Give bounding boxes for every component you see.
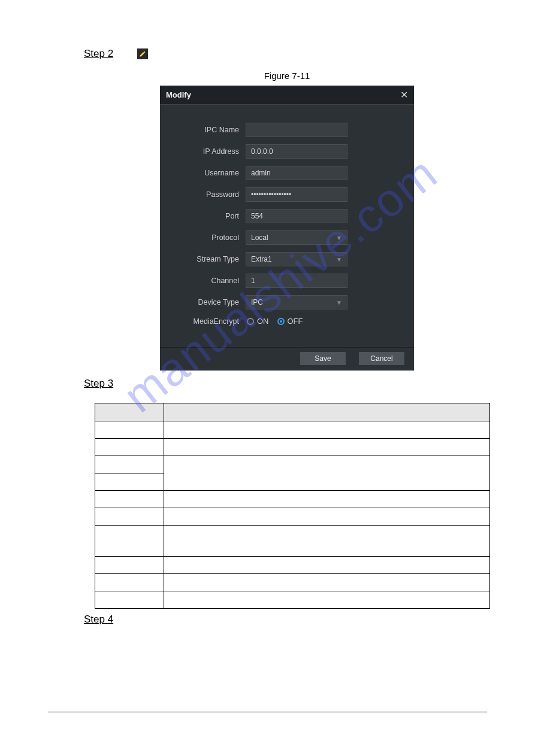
chevron-down-icon: ▼: [336, 299, 342, 306]
table-row: [95, 526, 490, 557]
ipc-name-label: IPC Name: [173, 126, 239, 134]
ipc-name-input[interactable]: [246, 123, 347, 137]
ip-address-label: IP Address: [173, 147, 239, 156]
pencil-icon: [137, 48, 148, 59]
protocol-label: Protocol: [173, 233, 239, 242]
username-label: Username: [173, 169, 239, 177]
chevron-down-icon: ▼: [336, 235, 342, 241]
close-icon[interactable]: ✕: [400, 89, 408, 101]
table-row: [95, 557, 490, 574]
device-type-select[interactable]: IPC ▼: [246, 295, 347, 309]
radio-off-label: OFF: [288, 317, 303, 326]
radio-on-label: ON: [257, 317, 269, 326]
protocol-select[interactable]: Local ▼: [246, 230, 347, 245]
table-row: [95, 574, 490, 591]
radio-icon: [247, 318, 254, 325]
table-row: [95, 456, 490, 473]
media-encrypt-label: MediaEncrypt: [173, 317, 239, 326]
table-row: [95, 508, 490, 526]
media-encrypt-off-radio[interactable]: OFF: [277, 317, 303, 326]
step-4-label: Step 4: [84, 614, 113, 625]
channel-input[interactable]: 1: [246, 274, 347, 288]
username-input[interactable]: admin: [246, 166, 347, 180]
table-row: [95, 421, 490, 439]
step-3-label: Step 3: [84, 378, 113, 389]
figure-label: Figure 7-11: [84, 71, 490, 81]
save-button[interactable]: Save: [300, 352, 346, 365]
table-row: [95, 491, 490, 508]
chevron-down-icon: ▼: [336, 256, 342, 263]
port-input[interactable]: 554: [246, 209, 347, 223]
table-row: [95, 439, 490, 456]
ip-address-input[interactable]: 0.0.0.0: [246, 144, 347, 159]
parameter-table: [95, 403, 490, 609]
media-encrypt-on-radio[interactable]: ON: [247, 317, 269, 326]
modify-dialog: Modify ✕ IPC Name IP Address 0.0.0.0 Use…: [160, 86, 414, 371]
channel-label: Channel: [173, 277, 239, 285]
radio-icon: [277, 318, 285, 325]
password-input[interactable]: ••••••••••••••••: [246, 187, 347, 202]
footer-rule: [48, 712, 487, 712]
port-label: Port: [173, 212, 239, 220]
device-type-label: Device Type: [173, 298, 239, 306]
cancel-button[interactable]: Cancel: [359, 352, 404, 365]
step-2-label: Step 2: [84, 48, 113, 60]
password-label: Password: [173, 190, 239, 199]
dialog-title: Modify: [166, 90, 191, 99]
table-row: [95, 591, 490, 609]
stream-type-label: Stream Type: [173, 255, 239, 263]
stream-type-select[interactable]: Extra1 ▼: [246, 252, 347, 266]
